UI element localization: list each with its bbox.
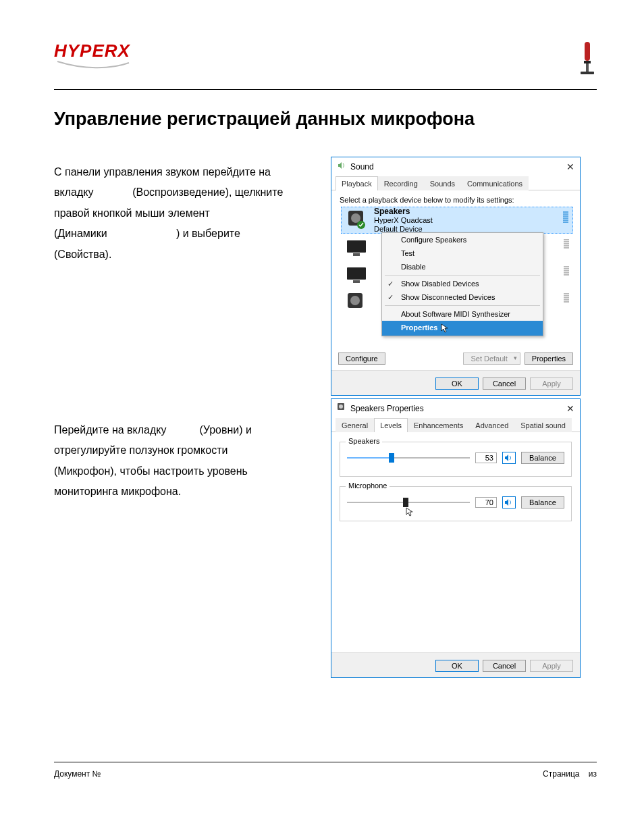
svg-rect-9 <box>347 267 366 280</box>
apply-button[interactable]: Apply <box>530 660 573 672</box>
tab-sounds[interactable]: Sounds <box>424 176 461 190</box>
speakers-properties-window: Speakers Properties ✕ General Levels Enh… <box>331 398 581 678</box>
group-label: Microphone <box>346 481 390 490</box>
device-list: Speakers HyperX Quadcast Default Device … <box>341 207 573 350</box>
svg-rect-10 <box>353 280 360 283</box>
svg-point-14 <box>339 405 343 409</box>
tab-general[interactable]: General <box>336 418 374 432</box>
monitor-icon <box>346 265 368 286</box>
device-name: Speakers <box>374 207 410 216</box>
tab-enhancements[interactable]: Enhancements <box>408 418 469 432</box>
svg-point-12 <box>350 296 360 305</box>
ok-button[interactable]: OK <box>435 377 479 390</box>
tab-advanced[interactable]: Advanced <box>469 418 514 432</box>
svg-rect-7 <box>347 240 366 253</box>
device-row-speakers[interactable]: Speakers HyperX Quadcast Default Device <box>341 207 573 234</box>
cursor-icon <box>441 323 449 333</box>
footer-of-label: из <box>589 769 597 779</box>
signal-meter-icon <box>564 239 569 249</box>
menu-disable[interactable]: Disable <box>382 260 543 273</box>
balance-button[interactable]: Balance <box>521 496 564 509</box>
menu-properties[interactable]: Properties <box>382 321 543 336</box>
device-context-menu: Configure Speakers Test Disable Show Dis… <box>381 232 543 336</box>
group-label: Speakers <box>346 437 382 445</box>
cursor-icon <box>406 507 414 517</box>
properties-tabs: General Levels Enhancements Advanced Spa… <box>331 417 580 432</box>
speakers-group: Speakers 53 Balance <box>340 442 572 477</box>
instruction-text: Select a playback device below to modify… <box>331 190 580 207</box>
menu-separator <box>385 305 540 306</box>
tab-communications[interactable]: Communications <box>461 176 529 190</box>
speaker-device-icon <box>346 292 368 313</box>
microphone-icon <box>578 41 597 81</box>
close-icon[interactable]: ✕ <box>566 403 574 414</box>
mute-icon[interactable] <box>502 496 516 509</box>
hyperx-logo: HYPERX <box>54 41 130 71</box>
cancel-button[interactable]: Cancel <box>483 660 526 672</box>
window-title: Sound <box>350 162 374 172</box>
set-default-button[interactable]: Set Default <box>463 353 520 365</box>
footer-left: Документ № <box>54 769 101 779</box>
device-sub: HyperX Quadcast <box>374 216 433 224</box>
instructions-column: С панели управления звуком перейдите на … <box>54 157 311 681</box>
ok-button[interactable]: OK <box>435 660 479 672</box>
sound-window: Sound ✕ Playback Recording Sounds Commun… <box>331 157 581 396</box>
speaker-icon <box>337 161 346 172</box>
menu-separator <box>385 275 540 276</box>
speaker-icon <box>337 402 346 414</box>
svg-rect-2 <box>586 63 589 72</box>
svg-rect-3 <box>581 72 594 74</box>
monitor-icon <box>346 238 368 259</box>
signal-meter-icon <box>564 293 569 303</box>
menu-show-disconnected[interactable]: Show Disconnected Devices <box>382 290 543 304</box>
properties-button[interactable]: Properties <box>525 353 573 365</box>
microphone-value: 70 <box>475 497 497 508</box>
configure-button[interactable]: Configure <box>338 353 385 365</box>
instruction-paragraph: Перейдите на вкладку (Уровни) и отрегули… <box>54 420 311 502</box>
window-title: Speakers Properties <box>350 404 424 413</box>
page-header: HYPERX <box>54 41 597 90</box>
signal-meter-icon <box>564 266 569 276</box>
tab-playback[interactable]: Playback <box>336 176 378 190</box>
microphone-group: Microphone 70 Balance <box>340 486 572 521</box>
menu-test[interactable]: Test <box>382 246 543 260</box>
speakers-slider[interactable] <box>347 453 470 463</box>
speaker-device-icon <box>347 209 369 231</box>
svg-rect-0 <box>585 42 590 61</box>
instruction-paragraph: С панели управления звуком перейдите на … <box>54 162 311 265</box>
mute-icon[interactable] <box>502 452 516 464</box>
tab-levels[interactable]: Levels <box>374 418 408 432</box>
menu-configure-speakers[interactable]: Configure Speakers <box>382 233 543 246</box>
svg-rect-1 <box>584 61 591 63</box>
signal-meter-icon <box>563 211 568 223</box>
balance-button[interactable]: Balance <box>521 452 564 464</box>
svg-rect-8 <box>353 253 360 256</box>
menu-about-midi[interactable]: About Software MIDI Synthesizer <box>382 307 543 321</box>
tab-recording[interactable]: Recording <box>378 176 424 190</box>
cancel-button[interactable]: Cancel <box>483 377 526 390</box>
swoosh-icon <box>54 60 130 71</box>
page-footer: Документ № Страница из <box>54 762 597 779</box>
page-title: Управление регистрацией данных микрофона <box>54 109 597 130</box>
close-icon[interactable]: ✕ <box>566 161 574 172</box>
microphone-slider[interactable] <box>347 498 470 507</box>
tab-spatial-sound[interactable]: Spatial sound <box>514 418 572 432</box>
menu-show-disabled[interactable]: Show Disabled Devices <box>382 277 543 290</box>
speakers-value: 53 <box>475 452 497 463</box>
sound-tabs: Playback Recording Sounds Communications <box>331 176 580 190</box>
apply-button[interactable]: Apply <box>530 377 573 390</box>
footer-page-label: Страница <box>543 769 579 779</box>
